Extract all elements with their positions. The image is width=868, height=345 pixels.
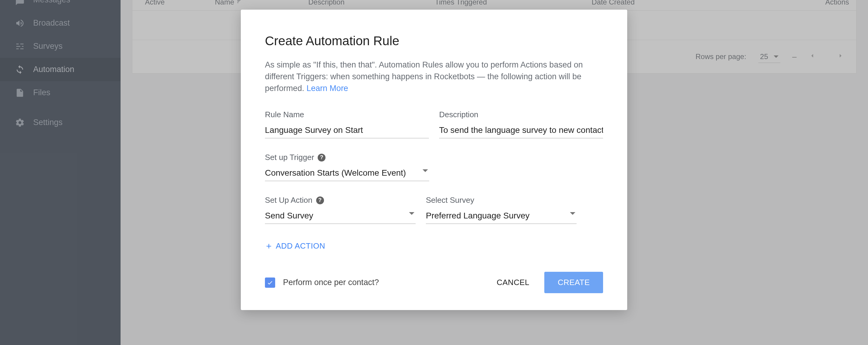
create-button[interactable]: CREATE bbox=[544, 272, 603, 293]
perform-once-row: Perform once per contact? bbox=[265, 278, 379, 288]
description-field: Description bbox=[439, 110, 603, 138]
rule-name-label: Rule Name bbox=[265, 110, 429, 119]
action-select[interactable]: Send Survey bbox=[265, 209, 415, 224]
action-label: Set Up Action bbox=[265, 195, 313, 205]
action-field: Set Up Action ? Send Survey bbox=[265, 195, 415, 224]
description-label: Description bbox=[439, 110, 603, 119]
help-icon[interactable]: ? bbox=[318, 154, 326, 161]
trigger-label: Set up Trigger bbox=[265, 153, 314, 162]
add-action-button[interactable]: ADD ACTION bbox=[265, 241, 325, 251]
survey-select[interactable]: Preferred Language Survey bbox=[426, 209, 577, 224]
check-icon bbox=[267, 279, 273, 286]
create-automation-modal: Create Automation Rule As simple as "If … bbox=[241, 10, 627, 310]
rule-name-field: Rule Name bbox=[265, 110, 429, 138]
plus-icon bbox=[265, 242, 273, 250]
learn-more-link[interactable]: Learn More bbox=[307, 84, 348, 93]
trigger-select[interactable]: Conversation Starts (Welcome Event) bbox=[265, 166, 429, 181]
caret-down-icon bbox=[423, 169, 428, 172]
perform-once-checkbox[interactable] bbox=[265, 278, 275, 288]
cancel-button[interactable]: CANCEL bbox=[497, 278, 529, 287]
modal-description: As simple as "If this, then that". Autom… bbox=[265, 59, 603, 94]
caret-down-icon bbox=[409, 212, 414, 215]
perform-once-label: Perform once per contact? bbox=[283, 278, 379, 287]
rule-name-input[interactable] bbox=[265, 124, 429, 138]
select-survey-label: Select Survey bbox=[426, 195, 577, 205]
trigger-field: Set up Trigger ? Conversation Starts (We… bbox=[265, 153, 429, 181]
description-input[interactable] bbox=[439, 124, 603, 138]
caret-down-icon bbox=[570, 212, 575, 215]
help-icon[interactable]: ? bbox=[316, 196, 324, 204]
modal-title: Create Automation Rule bbox=[265, 34, 603, 48]
modal-overlay[interactable]: Create Automation Rule As simple as "If … bbox=[0, 0, 868, 345]
select-survey-field: Select Survey Preferred Language Survey bbox=[426, 195, 577, 224]
